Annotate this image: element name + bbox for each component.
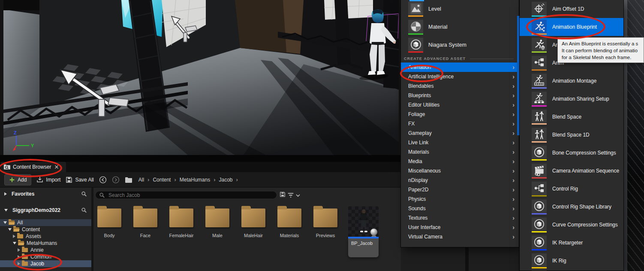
chevron-down-icon[interactable] <box>13 242 16 244</box>
menu-item-ndisplay[interactable]: nDisplay › <box>401 176 519 185</box>
menu-item-niagara-system[interactable]: Niagara System <box>401 36 519 54</box>
chevron-right-icon[interactable] <box>18 248 20 252</box>
add-button[interactable]: Add <box>4 174 31 185</box>
menu-item-level[interactable]: Level <box>401 0 519 18</box>
chevron-down-icon[interactable] <box>4 209 8 211</box>
tree-item-jacob[interactable]: Jacob <box>0 260 91 267</box>
tree-item-content[interactable]: Content <box>0 226 91 233</box>
menu-item-label: Sounds <box>408 205 512 211</box>
anim-blueprint-tooltip: An Anim Blueprint is essentially a s It … <box>557 37 644 63</box>
folder-tile-previews[interactable]: Previews <box>312 203 339 238</box>
submenu-item-curve-compression-settings[interactable]: Curve Compression Settings <box>520 216 623 234</box>
submenu-item-ik-rig[interactable]: IK Rig <box>520 252 623 270</box>
folder-tile-femalehair[interactable]: FemaleHair <box>168 203 195 238</box>
menu-item-textures[interactable]: Textures › <box>401 213 519 223</box>
submenu-item-bone-compression-settings[interactable]: Bone Compression Settings <box>520 144 623 162</box>
tree-item-common[interactable]: Common <box>0 253 91 260</box>
folder-tile-materials[interactable]: Materials <box>276 203 303 238</box>
aim-offset-icon <box>532 2 547 17</box>
menu-item-physics[interactable]: Physics › <box>401 194 519 204</box>
chevron-down-icon[interactable] <box>3 221 7 224</box>
folder-tile-face[interactable]: Face <box>132 203 159 238</box>
menu-item-miscellaneous[interactable]: Miscellaneous › <box>401 166 519 176</box>
chevron-right-icon: › <box>512 130 515 136</box>
chevron-right-icon[interactable] <box>13 235 15 238</box>
folder-tile-body[interactable]: Body <box>96 203 123 238</box>
tree-item-all[interactable]: All <box>0 219 91 226</box>
tree-item-metahumans[interactable]: MetaHumans <box>0 240 91 247</box>
menu-item-label: Animation <box>408 64 512 70</box>
submenu-item-animation-sharing-setup[interactable]: Animation Sharing Setup <box>520 90 623 108</box>
submenu-item-control-rig-shape-library[interactable]: Control Rig Shape Library <box>520 198 623 216</box>
search-icon[interactable] <box>81 191 87 197</box>
filter-button[interactable] <box>287 192 300 199</box>
material-sphere-icon <box>408 20 423 35</box>
search-icon[interactable] <box>81 207 87 213</box>
submenu-item-animation-montage[interactable]: Animation Montage <box>520 72 623 90</box>
favorites-section[interactable]: Favorites <box>0 188 91 200</box>
collection-section[interactable]: SiggraphDemo2022 <box>0 205 91 216</box>
menu-item-materials[interactable]: Materials › <box>401 147 519 157</box>
import-button[interactable]: Import <box>36 176 60 183</box>
menu-item-artificial-intelligence[interactable]: Artificial Intelligence › <box>401 72 519 81</box>
tree-item-label: Annie <box>30 247 44 253</box>
caret-down-icon <box>296 194 300 197</box>
back-button[interactable] <box>99 176 107 184</box>
menu-item-blendables[interactable]: Blendables › <box>401 81 519 91</box>
menu-item-live-link[interactable]: Live Link › <box>401 138 519 147</box>
tree-item-annie[interactable]: Annie <box>0 247 91 253</box>
content-browser-tab[interactable]: Content Browser <box>1 162 66 172</box>
tree-item-assets[interactable]: Assets <box>0 233 91 240</box>
folder-tile-malehair[interactable]: MaleHair <box>240 203 267 238</box>
menu-item-editor-utilities[interactable]: Editor Utilities › <box>401 100 519 110</box>
submenu-item-ik-retargeter[interactable]: IK Retargeter <box>520 234 623 252</box>
save-all-button[interactable]: Save All <box>66 176 93 183</box>
breadcrumb-item-metahumans[interactable]: MetaHumans <box>180 177 210 183</box>
menu-item-virtual-camera[interactable]: Virtual Camera › <box>401 232 519 241</box>
menu-item-label: Materials <box>408 149 512 155</box>
menu-item-paper2d[interactable]: Paper2D › <box>401 185 519 194</box>
clipped-menu-item-underline <box>409 0 424 1</box>
submenu-item-label: Animation Montage <box>552 78 596 84</box>
submenu-item-camera-animation-sequence[interactable]: Camera Animation Sequence <box>520 162 623 180</box>
search-input[interactable] <box>108 192 273 199</box>
chevron-right-icon[interactable] <box>18 262 20 265</box>
chevron-right-icon[interactable] <box>4 192 7 196</box>
menu-item-animation[interactable]: Animation › <box>401 63 519 72</box>
folder-tile-male[interactable]: Male <box>204 203 231 238</box>
level-viewport[interactable]: MO <box>3 0 399 155</box>
blend-space-icon <box>532 128 547 143</box>
menu-item-gameplay[interactable]: Gameplay › <box>401 128 519 138</box>
close-icon[interactable] <box>54 164 60 170</box>
forward-button[interactable] <box>112 176 120 184</box>
asset-search[interactable] <box>95 191 277 199</box>
level-icon <box>408 2 423 17</box>
folder-icon <box>13 227 19 232</box>
submenu-item-blend-space[interactable]: Blend Space <box>520 108 623 126</box>
menu-item-foliage[interactable]: Foliage › <box>401 110 519 119</box>
cube-circle-icon <box>532 200 547 214</box>
save-all-button-label: Save All <box>75 177 93 183</box>
submenu-item-animation-blueprint[interactable]: Animation Blueprint <box>520 18 623 36</box>
chevron-right-icon: › <box>512 111 515 117</box>
plus-icon <box>9 177 15 183</box>
asset-tile-bp-jacob[interactable]: BP_Jacob <box>348 203 379 257</box>
menu-item-sounds[interactable]: Sounds › <box>401 204 519 213</box>
breadcrumb-item-jacob[interactable]: Jacob <box>219 177 233 183</box>
menu-item-material[interactable]: Material <box>401 18 519 36</box>
submenu-item-control-rig[interactable]: Control Rig <box>520 180 623 198</box>
cube-circle-icon <box>532 217 547 232</box>
chevron-down-icon[interactable] <box>8 228 12 231</box>
menu-item-media[interactable]: Media › <box>401 157 519 166</box>
menu-item-user-interface[interactable]: User Interface › <box>401 223 519 232</box>
chevron-right-icon[interactable] <box>18 255 20 259</box>
breadcrumb-item-content[interactable]: Content <box>153 177 171 183</box>
breadcrumb-item-all[interactable]: All <box>138 177 144 183</box>
cube-circle-icon <box>532 235 547 250</box>
menu-item-fx[interactable]: FX › <box>401 119 519 128</box>
save-search-icon[interactable] <box>280 191 286 197</box>
import-button-label: Import <box>46 177 60 183</box>
submenu-item-aim-offset-1d[interactable]: Aim Offset 1D <box>520 0 623 18</box>
submenu-item-blend-space-1d[interactable]: Blend Space 1D <box>520 126 623 144</box>
menu-item-blueprints[interactable]: Blueprints › <box>401 91 519 100</box>
